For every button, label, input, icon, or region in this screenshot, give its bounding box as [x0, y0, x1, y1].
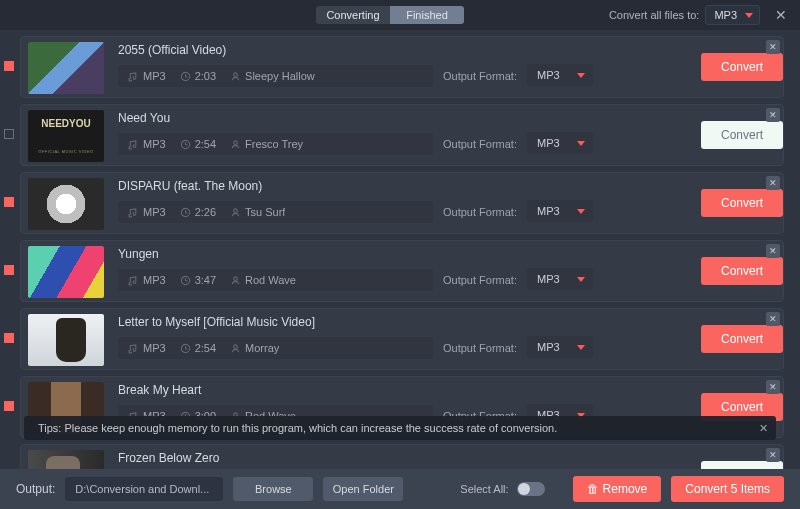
svg-point-9 [234, 344, 238, 348]
topbar: Converting Finished Convert all files to… [0, 0, 800, 30]
user-icon [230, 343, 241, 354]
close-icon[interactable]: ✕ [770, 4, 792, 26]
meta-format: MP3 [128, 206, 166, 218]
convert-button[interactable]: Convert [701, 189, 783, 217]
music-note-icon [128, 275, 139, 286]
output-format-value: MP3 [537, 273, 577, 285]
tab-finished[interactable]: Finished [390, 6, 464, 24]
svg-point-7 [234, 276, 238, 280]
clock-icon [180, 207, 191, 218]
meta-artist: Rod Wave [230, 274, 423, 286]
tab-converting[interactable]: Converting [316, 6, 390, 24]
trash-icon: 🗑 [587, 482, 599, 496]
output-format-label: Output Format: [443, 342, 517, 354]
meta-duration: 2:26 [180, 206, 216, 218]
row-checkbox[interactable] [4, 265, 14, 275]
thumbnail[interactable] [28, 246, 104, 298]
row-close-icon[interactable]: ✕ [766, 448, 780, 462]
meta-artist: Fresco Trey [230, 138, 423, 150]
row-checkbox[interactable] [4, 129, 14, 139]
thumbnail[interactable] [28, 110, 104, 162]
convert-button[interactable]: Convert [701, 257, 783, 285]
list-item: 2055 (Official Video) MP3 2:03 Sleepy Ha… [20, 36, 784, 98]
output-format-label: Output Format: [443, 206, 517, 218]
track-title: 2055 (Official Video) [118, 43, 433, 57]
row-body: Letter to Myself [Official Music Video] … [104, 309, 443, 369]
user-icon [230, 71, 241, 82]
thumbnail[interactable] [28, 42, 104, 94]
thumbnail[interactable] [28, 314, 104, 366]
list-item: Yungen MP3 3:47 Rod Wave Output Format: [20, 240, 784, 302]
output-format-select[interactable]: MP3 [527, 64, 593, 86]
user-icon [230, 139, 241, 150]
svg-point-5 [234, 208, 238, 212]
chevron-down-icon [577, 141, 585, 146]
clock-icon [180, 343, 191, 354]
track-title: Yungen [118, 247, 433, 261]
open-folder-button[interactable]: Open Folder [323, 477, 403, 501]
track-title: Frozen Below Zero [118, 451, 433, 465]
track-meta: MP3 2:26 Tsu Surf [118, 201, 433, 223]
chevron-down-icon [577, 73, 585, 78]
music-note-icon [128, 71, 139, 82]
row-checkbox[interactable] [4, 197, 14, 207]
convert-button[interactable]: Convert [701, 325, 783, 353]
chevron-down-icon [577, 209, 585, 214]
track-meta: MP3 2:54 Morray [118, 337, 433, 359]
convert-all-label: Convert all files to: [609, 9, 699, 21]
row-close-icon[interactable]: ✕ [766, 312, 780, 326]
meta-artist: Sleepy Hallow [230, 70, 423, 82]
meta-artist: Tsu Surf [230, 206, 423, 218]
music-note-icon [128, 139, 139, 150]
row-close-icon[interactable]: ✕ [766, 380, 780, 394]
clock-icon [180, 71, 191, 82]
convert-button[interactable]: Convert [701, 53, 783, 81]
tips-close-icon[interactable]: ✕ [759, 422, 768, 435]
track-title: Need You [118, 111, 433, 125]
output-format-value: MP3 [537, 137, 577, 149]
browse-button[interactable]: Browse [233, 477, 313, 501]
meta-duration: 2:54 [180, 138, 216, 150]
track-meta: MP3 3:47 Rod Wave [118, 269, 433, 291]
row-right: Output Format: MP3 Convert [443, 37, 783, 97]
output-format-label: Output Format: [443, 70, 517, 82]
output-format-select[interactable]: MP3 [527, 132, 593, 154]
svg-point-3 [234, 140, 238, 144]
row-close-icon[interactable]: ✕ [766, 244, 780, 258]
convert-all-format-value: MP3 [714, 9, 737, 21]
output-label: Output: [16, 482, 55, 496]
row-body: DISPARU (feat. The Moon) MP3 2:26 Tsu Su… [104, 173, 443, 233]
thumbnail[interactable] [28, 178, 104, 230]
clock-icon [180, 139, 191, 150]
row-close-icon[interactable]: ✕ [766, 40, 780, 54]
output-format-select[interactable]: MP3 [527, 336, 593, 358]
row-checkbox[interactable] [4, 401, 14, 411]
track-meta: MP3 2:54 Fresco Trey [118, 133, 433, 155]
output-path[interactable]: D:\Conversion and Downl... [65, 477, 223, 501]
convert-button[interactable]: Convert [701, 121, 783, 149]
row-checkbox[interactable] [4, 333, 14, 343]
row-checkbox[interactable] [4, 61, 14, 71]
chevron-down-icon [577, 345, 585, 350]
row-close-icon[interactable]: ✕ [766, 176, 780, 190]
list-item: Letter to Myself [Official Music Video] … [20, 308, 784, 370]
row-close-icon[interactable]: ✕ [766, 108, 780, 122]
remove-button[interactable]: 🗑Remove [573, 476, 662, 502]
output-format-label: Output Format: [443, 274, 517, 286]
music-note-icon [128, 207, 139, 218]
select-all-toggle[interactable] [517, 482, 545, 496]
tips-bar: Tips: Please keep enough memory to run t… [24, 416, 776, 440]
row-right: Output Format: MP3 Convert [443, 241, 783, 301]
track-title: Break My Heart [118, 383, 433, 397]
output-format-select[interactable]: MP3 [527, 268, 593, 290]
convert-all-button[interactable]: Convert 5 Items [671, 476, 784, 502]
output-format-select[interactable]: MP3 [527, 200, 593, 222]
user-icon [230, 275, 241, 286]
track-title: Letter to Myself [Official Music Video] [118, 315, 433, 329]
bottombar: Output: D:\Conversion and Downl... Brows… [0, 469, 800, 509]
convert-all-format-select[interactable]: MP3 [705, 5, 760, 25]
output-format-value: MP3 [537, 205, 577, 217]
row-right: Output Format: MP3 Convert [443, 105, 783, 165]
track-meta: MP3 2:03 Sleepy Hallow [118, 65, 433, 87]
row-right: Output Format: MP3 Convert [443, 173, 783, 233]
